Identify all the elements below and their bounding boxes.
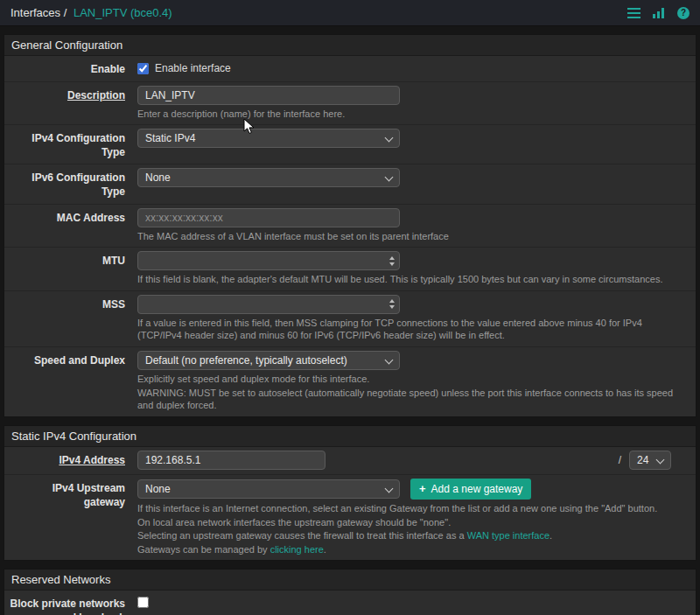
- row-speed-duplex: Speed and Duplex Default (no preference,…: [4, 347, 696, 416]
- gateway-help-3: Selecting an upstream gateway causes the…: [137, 529, 689, 542]
- panel-general-configuration: General Configuration Enable Enable inte…: [4, 34, 696, 417]
- ipv4-type-label: IPv4 Configuration Type: [4, 129, 137, 159]
- speed-duplex-select[interactable]: Default (no preference, typically autose…: [137, 351, 400, 370]
- gateway-help-3-text: Selecting an upstream gateway causes the…: [137, 530, 467, 541]
- mac-address-label: MAC Address: [4, 208, 137, 243]
- gateway-help-2: On local area network interfaces the ups…: [137, 516, 689, 529]
- mac-address-help: The MAC address of a VLAN interface must…: [137, 230, 689, 243]
- description-input[interactable]: [137, 86, 400, 105]
- subnet-separator: /: [611, 454, 629, 466]
- enable-interface-checkbox-label: Enable interface: [155, 62, 231, 74]
- plus-icon: +: [419, 483, 426, 494]
- gateways-clicking-here-link[interactable]: clicking here: [270, 544, 324, 555]
- mss-help: If a value is entered in this field, the…: [137, 317, 689, 342]
- breadcrumb: Interfaces / LAN_IPTV (bce0.4): [10, 6, 172, 19]
- ipv6-type-label: IPv6 Configuration Type: [4, 168, 137, 199]
- ipv4-upstream-gateway-select[interactable]: None: [137, 479, 400, 499]
- row-mtu: MTU If this field is blank, the adapter'…: [4, 248, 696, 291]
- ipv4-upstream-gateway-label: IPv4 Upstream gateway: [4, 479, 137, 556]
- description-label: Description: [4, 86, 137, 121]
- row-ipv4-configuration-type: IPv4 Configuration Type Static IPv4: [4, 125, 696, 164]
- row-description: Description Enter a description (name) f…: [4, 82, 696, 126]
- block-private-checkbox[interactable]: [137, 597, 149, 608]
- wan-type-interface-link[interactable]: WAN type interface: [467, 530, 550, 541]
- add-gateway-button-label: Add a new gateway: [431, 483, 523, 495]
- row-ipv4-address: IPv4 Address / 24: [4, 447, 696, 475]
- menu-icon[interactable]: [627, 8, 640, 18]
- speed-duplex-help: Explicitly set speed and duplex mode for…: [137, 373, 689, 386]
- number-stepper-icon[interactable]: [389, 295, 395, 314]
- mac-address-input[interactable]: [137, 208, 400, 227]
- gateway-help-4-period: .: [324, 544, 326, 555]
- mss-label: MSS: [4, 295, 137, 342]
- panel-static-ipv4-configuration: Static IPv4 Configuration IPv4 Address /…: [4, 425, 696, 562]
- subnet-mask-select[interactable]: 24: [629, 451, 671, 470]
- row-ipv6-configuration-type: IPv6 Configuration Type None: [4, 164, 696, 204]
- mss-input[interactable]: [137, 295, 400, 314]
- chevron-down-icon: 24: [629, 451, 671, 470]
- add-gateway-button[interactable]: + Add a new gateway: [410, 479, 531, 500]
- row-mss: MSS If a value is entered in this field,…: [4, 291, 696, 347]
- chevron-down-icon: None: [137, 168, 400, 187]
- enable-label: Enable: [4, 59, 137, 77]
- top-navbar: Interfaces / LAN_IPTV (bce0.4) ?: [0, 0, 700, 26]
- chevron-down-icon: Static IPv4: [137, 129, 400, 148]
- help-icon[interactable]: ?: [677, 7, 690, 19]
- row-mac-address: MAC Address The MAC address of a VLAN in…: [4, 205, 696, 248]
- panel-reserved-title: Reserved Networks: [4, 570, 696, 591]
- number-stepper-icon[interactable]: [389, 251, 395, 270]
- mtu-label: MTU: [4, 251, 137, 286]
- chevron-down-icon: Default (no preference, typically autose…: [137, 351, 400, 370]
- gateway-help-3-period: .: [550, 530, 552, 541]
- speed-duplex-warning: WARNING: MUST be set to autoselect (auto…: [137, 387, 689, 412]
- block-private-label: Block private networks and loopback addr…: [4, 594, 137, 615]
- ipv4-address-input[interactable]: [137, 451, 326, 470]
- navbar-icons: ?: [627, 7, 690, 19]
- chevron-down-icon: None: [137, 479, 400, 499]
- gateway-help-4-text: Gateways can be managed by: [137, 544, 270, 555]
- enable-interface-checkbox[interactable]: [137, 63, 149, 74]
- gateway-help-1: If this interface is an Internet connect…: [137, 502, 689, 515]
- ipv6-type-select[interactable]: None: [137, 168, 400, 187]
- ipv4-type-select[interactable]: Static IPv4: [137, 129, 400, 148]
- panel-reserved-networks: Reserved Networks Block private networks…: [4, 569, 696, 615]
- mtu-input[interactable]: [137, 251, 400, 270]
- breadcrumb-current-interface: LAN_IPTV (bce0.4): [74, 6, 172, 19]
- row-block-private-networks: Block private networks and loopback addr…: [4, 591, 696, 615]
- row-ipv4-upstream-gateway: IPv4 Upstream gateway None + Add a new g…: [4, 475, 696, 561]
- row-enable: Enable Enable interface: [4, 56, 696, 82]
- page-content: General Configuration Enable Enable inte…: [0, 26, 700, 615]
- description-help: Enter a description (name) for the inter…: [137, 108, 689, 121]
- breadcrumb-interfaces[interactable]: Interfaces /: [10, 6, 66, 19]
- chart-icon[interactable]: [653, 8, 665, 18]
- panel-static-ipv4-title: Static IPv4 Configuration: [4, 426, 696, 447]
- mtu-help: If this field is blank, the adapter's de…: [137, 273, 689, 286]
- gateway-help-4: Gateways can be managed by clicking here…: [137, 543, 689, 556]
- panel-general-title: General Configuration: [4, 35, 696, 56]
- speed-duplex-label: Speed and Duplex: [4, 351, 137, 412]
- ipv4-address-label: IPv4 Address: [4, 451, 137, 470]
